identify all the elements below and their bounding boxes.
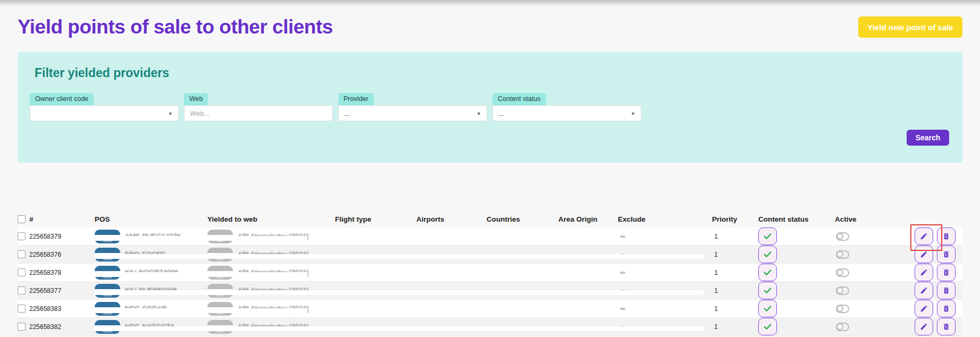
pencil-icon	[920, 323, 928, 331]
content-status-ok-button[interactable]	[758, 300, 777, 317]
owner-client-code-label: Owner client code	[30, 93, 94, 105]
web-input[interactable]	[190, 109, 327, 117]
owner-client-code-select[interactable]: ▼	[30, 105, 179, 121]
header-countries: Countries	[487, 215, 558, 223]
row-checkbox[interactable]	[18, 232, 26, 240]
row-checkbox[interactable]	[18, 305, 26, 313]
pos-badge: GDS	[95, 284, 120, 298]
edit-button[interactable]	[915, 300, 933, 317]
priority-value: 1	[712, 287, 758, 294]
yielded-providers-table: # POS Yielded to web Flight type Airport…	[18, 210, 962, 336]
row-checkbox[interactable]	[18, 250, 26, 258]
row-checkbox[interactable]	[18, 268, 26, 276]
web-badge: API	[207, 302, 233, 316]
delete-button[interactable]	[937, 318, 956, 335]
check-icon	[763, 304, 772, 313]
top-scroll-shadow	[0, 0, 980, 6]
delete-button[interactable]	[937, 282, 956, 299]
web-badge: API	[207, 248, 233, 262]
content-status-ok-button[interactable]	[758, 228, 777, 245]
yielded-web-name: API Atrapalodev [2021]	[238, 287, 308, 294]
table-row: 225658379 GDS AMS-PUEC1227K API API Atra…	[18, 228, 962, 246]
header-active: Active	[835, 215, 909, 223]
exclude-dash-icon	[620, 235, 625, 238]
provider-label: Provider	[338, 93, 374, 105]
header-pos: POS	[95, 215, 207, 223]
pencil-icon	[920, 232, 928, 240]
filter-panel: Filter yielded providers Owner client co…	[18, 52, 962, 163]
trash-icon	[942, 287, 950, 294]
owner-client-code-field: Owner client code ▼	[30, 93, 179, 121]
edit-button[interactable]	[915, 282, 933, 299]
yielded-web-name: API Atrapalodev [2021]	[238, 268, 308, 276]
header-exclude: Exclude	[618, 215, 712, 223]
table-row: 225658377 GDS KIU-PUER50305 API API Atra…	[18, 282, 962, 300]
active-toggle-icon[interactable]	[836, 268, 849, 277]
filter-heading: Filter yielded providers	[35, 66, 949, 80]
edit-button[interactable]	[915, 318, 933, 335]
pencil-icon	[920, 268, 928, 276]
priority-value: 1	[712, 268, 758, 276]
web-label: Web	[184, 93, 208, 105]
check-icon	[763, 322, 772, 331]
content-status-ok-button[interactable]	[758, 246, 777, 263]
pencil-icon	[920, 305, 928, 313]
check-icon	[763, 268, 772, 277]
table-row: 225658376 GDS FRO-FOC5D API API Atrapalo…	[18, 246, 962, 264]
row-id: 225658378	[29, 269, 61, 276]
edit-button[interactable]	[915, 264, 933, 281]
page-title: Yield points of sale to other clients	[18, 16, 333, 38]
pos-code: NDC-GSDAR	[125, 305, 167, 313]
active-toggle-icon[interactable]	[836, 250, 849, 259]
pos-code: KIU-BOGR74006	[125, 268, 178, 276]
edit-button[interactable]	[915, 228, 933, 245]
exclude-dash-icon	[620, 326, 625, 328]
chevron-down-icon: ▼	[631, 111, 635, 116]
trash-icon	[942, 232, 950, 240]
exclude-dash-icon	[620, 272, 625, 274]
delete-button[interactable]	[937, 300, 956, 317]
row-id: 225658382	[29, 323, 61, 331]
priority-value: 1	[712, 232, 758, 240]
content-status-ok-button[interactable]	[758, 282, 777, 299]
yielded-web-name: API Atrapalodev [2021]	[238, 250, 308, 258]
row-id: 225658379	[29, 233, 61, 240]
check-icon	[763, 250, 772, 259]
trash-icon	[942, 305, 950, 313]
web-badge: API	[207, 320, 233, 334]
row-checkbox[interactable]	[18, 287, 26, 294]
content-status-field: Content status ... ▼	[492, 93, 641, 121]
row-checkbox[interactable]	[18, 323, 26, 331]
pencil-icon	[920, 287, 928, 294]
provider-select[interactable]: ... ▼	[338, 105, 487, 121]
web-badge: API	[207, 266, 233, 280]
yield-new-point-of-sale-button[interactable]: Yield new point of sale	[858, 16, 962, 38]
chevron-down-icon: ▼	[476, 111, 481, 116]
delete-button[interactable]	[937, 264, 956, 281]
delete-button[interactable]	[937, 228, 956, 245]
web-field: Web	[184, 93, 333, 121]
content-status-value: ...	[498, 109, 504, 117]
row-id: 225658377	[29, 287, 61, 294]
table-header-row: # POS Yielded to web Flight type Airport…	[18, 210, 962, 228]
content-status-label: Content status	[492, 93, 546, 105]
pos-code: KIU-PUER50305	[125, 287, 177, 294]
select-all-checkbox[interactable]	[18, 215, 26, 223]
web-badge: API	[207, 230, 233, 243]
exclude-dash-icon	[620, 290, 625, 292]
content-status-ok-button[interactable]	[758, 318, 777, 335]
table-body: 225658379 GDS AMS-PUEC1227K API API Atra…	[18, 228, 962, 336]
content-status-ok-button[interactable]	[758, 264, 777, 281]
trash-icon	[942, 268, 950, 276]
edit-button[interactable]	[915, 246, 933, 263]
active-toggle-icon[interactable]	[836, 232, 849, 241]
delete-button[interactable]	[937, 246, 956, 263]
pos-badge: GDS	[95, 248, 120, 262]
content-status-select[interactable]: ... ▼	[492, 105, 641, 121]
active-toggle-icon[interactable]	[836, 287, 849, 295]
pos-code: FRO-FOC5D	[125, 250, 165, 258]
yielded-web-name: API Atrapalodev [2021]	[238, 323, 308, 331]
search-button[interactable]: Search	[907, 130, 949, 146]
active-toggle-icon[interactable]	[836, 305, 849, 313]
active-toggle-icon[interactable]	[836, 323, 849, 331]
